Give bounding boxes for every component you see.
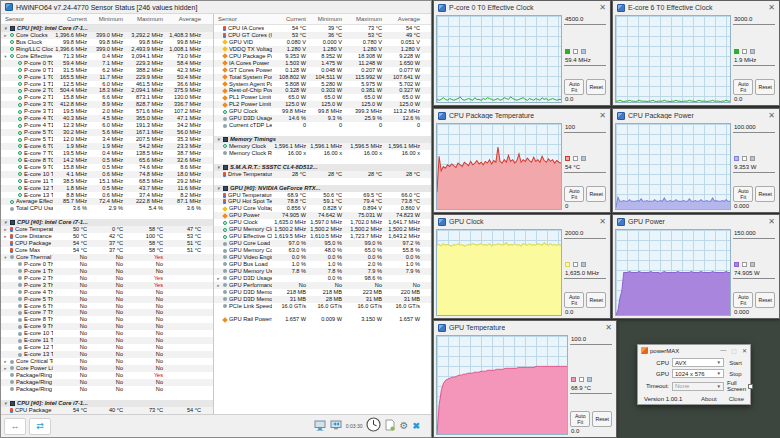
sensor-row[interactable]: E-core 7 Thermal Thr...NoNoNo (1, 309, 213, 316)
close-icon[interactable]: ✕ (768, 217, 775, 226)
graph-color-swatches[interactable] (565, 49, 606, 54)
reset-button[interactable]: Reset (592, 411, 612, 427)
sensor-row[interactable]: E-core 12 T0 Effectiv...1.8 MHz0.5 MHz43… (1, 185, 213, 192)
sensor-row[interactable]: GPU Core Load97.0 %95.0 %99.0 %97.2 % (214, 240, 431, 247)
auto-fit-button[interactable]: Auto Fit (733, 186, 753, 202)
sensor-row[interactable]: Drive Temperature28 °C28 °C28 °C28 °C (214, 171, 431, 178)
fullscreen-checkbox[interactable] (748, 384, 753, 389)
sensor-row[interactable]: ▸Core Distance to TjMAX50 °C42 °C100 °C5… (1, 233, 213, 240)
sensor-row[interactable]: P-core 0 Thermal Thr...NoNoNo (1, 261, 213, 268)
sensor-row[interactable]: GPU Rail Powers1.657 W0.009 W3.150 W1.65… (214, 316, 431, 323)
col-maximum[interactable]: Maximum (125, 16, 165, 22)
auto-fit-button[interactable]: Auto Fit (733, 292, 753, 308)
auto-fit-button[interactable]: Auto Fit (564, 292, 584, 308)
sensor-row[interactable]: E-core 7 T0 Effective ...19.5 MHz0.4 MHz… (1, 150, 213, 157)
expand-icon[interactable]: ▸ (216, 275, 221, 282)
graph-max-value[interactable]: 100.000 (733, 123, 775, 133)
collapse-icon[interactable]: ▾ (3, 25, 8, 32)
sensor-row[interactable]: System Agent Power5.808 W5.280 W5.975 W5… (214, 81, 431, 88)
sensor-row[interactable]: P-core 5 T0 Effective ...30.2 MHz5.6 MHz… (1, 129, 213, 136)
sensor-row[interactable]: ▾Core Thermal ThrottlingNoNoYes (1, 254, 213, 261)
sensor-row[interactable]: ▸Core Clocks1,396.6 MHz399.0 MHz3,292.2 … (1, 32, 213, 39)
sensor-row[interactable]: Total CPU Usage3.6 %2.9 %5.4 %3.6 % (1, 205, 213, 212)
sensor-row[interactable]: CPU Package Power9.353 W8.352 W18.308 W9… (214, 53, 431, 60)
sensor-row[interactable]: E-core 11 T0 Effectiv...38.5 MHz15.1 MHz… (1, 178, 213, 185)
col-average[interactable]: Average (165, 16, 203, 22)
sensor-row[interactable]: PL1 Power Limit65.0 W65.0 W65.0 W65.0 W (214, 94, 431, 101)
sensor-group-header[interactable]: ▾GPU [#0]: NVIDIA GeForce RTX... (214, 185, 431, 192)
graph-window-ecore6-t0-effective-clock[interactable]: E-core 6 T0 Effective Clock ✕ 3000.0 1.9… (612, 0, 780, 106)
sensor-row[interactable]: Package/Ring Thermal Th...NoNoYes (1, 372, 213, 379)
sensor-row[interactable]: ▸Core Temperatures50 °C0 °C58 °C47 °C (1, 226, 213, 233)
graph-color-swatches[interactable] (734, 156, 775, 161)
sensor-row[interactable]: GPU Hot Spot Temperature78.8 °C59.1 °C79… (214, 198, 431, 205)
gpu-resolution-select[interactable]: 1024 x 576▼ (672, 369, 724, 378)
collapse-icon[interactable]: ▾ (216, 164, 221, 171)
graph-color-swatches[interactable] (734, 49, 775, 54)
sensor-row[interactable]: P-core 3 T0 Effective ...412.8 MHz8.9 MH… (1, 101, 213, 108)
sensor-row[interactable]: P-core 5 T1 Effective ...12.0 MHz3.4 MHz… (1, 136, 213, 143)
sensor-row[interactable]: P-core 4 T1 Effective ...12.3 MHz6.0 MHz… (1, 122, 213, 129)
sensor-list-left[interactable]: ▾CPU [#0]: Intel Core i7-1...▸Core Clock… (1, 25, 213, 414)
sensor-group-header[interactable]: ▾CPU [#0]: Intel Core i7-1... (1, 219, 213, 226)
hwinfo-sensor-window[interactable]: HWiNFO64 v7.24-4770 Sensor Status [246 v… (0, 0, 432, 438)
sensor-row[interactable]: Ring/LLC Clock1,396.6 MHz399.0 MHz2,493.… (1, 46, 213, 53)
graph-max-value[interactable]: 4500.0 (564, 15, 606, 25)
reset-button[interactable]: Reset (755, 79, 775, 95)
col-sensor[interactable]: Sensor (214, 16, 272, 22)
graph-color-swatches[interactable] (565, 262, 606, 267)
collapse-icon[interactable]: ▾ (3, 400, 8, 407)
expand-icon[interactable]: ▸ (3, 226, 8, 233)
sensor-row[interactable]: GPU Bus Load1.0 %1.0 %2.0 %1.0 % (214, 261, 431, 268)
graph-max-value[interactable]: 100.0 (570, 335, 612, 345)
expand-icon[interactable]: ▾ (3, 53, 8, 60)
graph-min-value[interactable]: 0.0 (570, 427, 612, 435)
powermax-titlebar[interactable]: powerMAX — ▢ ✕ (638, 345, 750, 356)
sensor-row[interactable]: ▸Core Power Limit Exc...NoNoNo (1, 365, 213, 372)
sensor-row[interactable]: E-core 12 Thermal Th...NoNoNo (1, 344, 213, 351)
graph-titlebar[interactable]: P-core 0 T0 Effective Clock ✕ (434, 1, 610, 14)
sensor-row[interactable]: GPU Memory Clock1,500.2 MHz1,500.2 MHz1,… (214, 226, 431, 233)
sensor-group-header[interactable]: ▾S.M.A.R.T.: SSSTC CL4-8D512... (214, 164, 431, 171)
powermax-window[interactable]: powerMAX — ▢ ✕ CPU AVX▼ Start GPU 1024 x… (637, 344, 751, 405)
sensor-row[interactable]: ▸Core Critical Tempera...NoNoNo (1, 358, 213, 365)
graph-titlebar[interactable]: GPU Power ✕ (613, 215, 779, 228)
sensor-group-header[interactable]: ▾CPU [#0]: Intel Core i7-1... (1, 25, 213, 32)
sensor-row[interactable]: Package/Ring Power Limi...NoNoNo (1, 386, 213, 393)
graph-max-value[interactable]: 2000.0 (564, 229, 606, 239)
expand-icon[interactable]: ▸ (216, 282, 221, 289)
col-sensor[interactable]: Sensor (1, 16, 53, 22)
close-icon[interactable]: ✕ (599, 111, 606, 120)
col-current[interactable]: Current (272, 16, 308, 22)
sensor-row[interactable]: Bus Clock99.8 MHz99.8 MHz99.8 MHz99.8 MH… (1, 39, 213, 46)
sensor-row[interactable]: E-core 13 T0 Effectiv...8.8 MHz0.6 MHz37… (1, 192, 213, 199)
expand-icon[interactable]: ▸ (3, 358, 8, 365)
sensor-row[interactable]: P-core 4 Thermal Thr...NoNoNo (1, 289, 213, 296)
sensor-row[interactable]: GPU D3D Memory Dynamic31 MB28 MB31 MB31 … (214, 296, 431, 303)
graph-titlebar[interactable]: E-core 6 T0 Effective Clock ✕ (613, 1, 779, 14)
graph-max-value[interactable]: 150.000 (733, 229, 775, 239)
sensor-row[interactable]: P-core 3 T1 Effective ...19.5 MHz2.0 MHz… (1, 108, 213, 115)
sensor-row[interactable]: P-core 0 T0 Effective ...59.4 MHz7.1 MHz… (1, 60, 213, 67)
sensor-row[interactable]: E-core 8 Thermal Thr...NoNoNo (1, 316, 213, 323)
sensor-row[interactable]: GPU Video Engine Load0.0 %0.0 %0.0 %0.0 … (214, 254, 431, 261)
stop-button[interactable]: Stop (727, 371, 744, 377)
sensor-row[interactable]: GPU Power74.905 W74.642 W75.031 W74.823 … (214, 212, 431, 219)
remote-monitor-icon[interactable] (314, 417, 326, 435)
sensor-row[interactable]: CPU Package54 °C37 °C58 °C51 °C (1, 240, 213, 247)
sensor-row[interactable]: P-core 1 T0 Effective ...165.5 MHz11.7 M… (1, 74, 213, 81)
column-headers[interactable]: Sensor Current Minimum Maximum Average (214, 14, 431, 25)
sensor-row[interactable]: CPU IA Cores54 °C39 °C73 °C54 °C (214, 25, 431, 32)
col-minimum[interactable]: Minimum (89, 16, 125, 22)
close-button[interactable]: Close (729, 396, 744, 402)
sensor-row[interactable]: GPU Core Voltage0.856 V0.828 V0.894 V0.8… (214, 205, 431, 212)
graph-window-cpu-package-power[interactable]: CPU Package Power ✕ 100.000 9.353 W Auto… (612, 108, 780, 213)
sensor-list-right[interactable]: CPU IA Cores54 °C39 °C73 °C54 °CCPU GT C… (214, 25, 431, 414)
cpu-test-select[interactable]: AVX▼ (672, 358, 724, 367)
graph-color-swatches[interactable] (565, 156, 606, 161)
graph-min-value[interactable]: 0.0 (564, 95, 606, 103)
sensor-row[interactable]: Core Max54 °C37 °C58 °C51 °C (1, 247, 213, 254)
graph-titlebar[interactable]: GPU Clock ✕ (434, 215, 610, 228)
auto-fit-button[interactable]: Auto Fit (564, 79, 584, 95)
close-icon[interactable]: ✕ (599, 3, 606, 12)
